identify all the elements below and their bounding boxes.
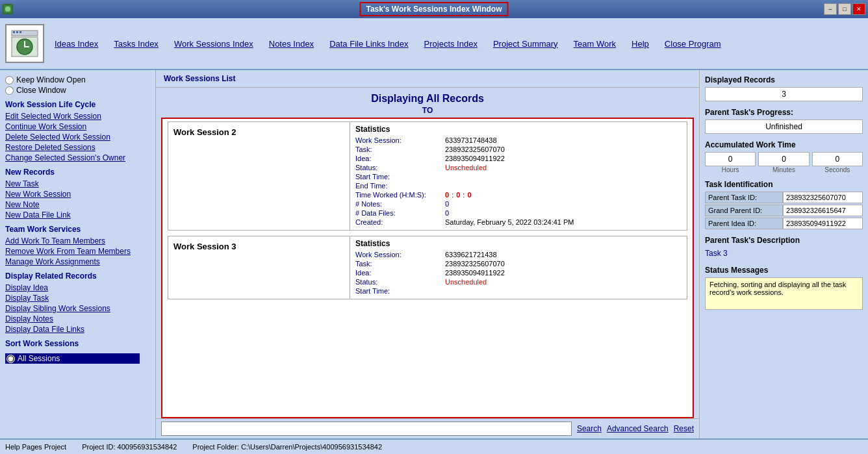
menu-close-program[interactable]: Close Program bbox=[665, 39, 721, 49]
minutes-value: 0 bbox=[758, 152, 809, 166]
seconds-cell: 0 Seconds bbox=[812, 152, 863, 173]
link-display-task[interactable]: Display Task bbox=[5, 294, 140, 303]
menu-projects-index[interactable]: Projects Index bbox=[424, 39, 478, 49]
stat-value-created1: Saturday, February 5, 2022 03:24:41 PM bbox=[445, 218, 574, 226]
link-display-data-file-links[interactable]: Display Data File Links bbox=[5, 325, 140, 334]
grand-parent-id-row: Grand Parent ID: 238932326615647 bbox=[705, 205, 863, 216]
stat-idea-2: Idea: 238935094911922 bbox=[355, 269, 682, 277]
status-project-id: Project ID: 400956931534842 bbox=[82, 443, 177, 451]
link-display-notes[interactable]: Display Notes bbox=[5, 314, 140, 323]
parent-task-id-value: 238932325607070 bbox=[783, 192, 863, 203]
search-input[interactable] bbox=[161, 422, 572, 436]
accumulated-work-time-title: Accumulated Work Time bbox=[705, 140, 863, 149]
link-remove-work-from-team[interactable]: Remove Work From Team Members bbox=[5, 247, 140, 256]
stat-work-session-2: Work Session: 6339621721438 bbox=[355, 251, 682, 259]
close-button[interactable]: ✕ bbox=[852, 3, 865, 15]
minimize-button[interactable]: – bbox=[824, 3, 837, 15]
sessions-list[interactable]: Work Session 2 Statistics Work Session: … bbox=[161, 118, 694, 418]
menu-ideas-index[interactable]: Ideas Index bbox=[55, 39, 98, 49]
link-new-data-file-link[interactable]: New Data File Link bbox=[5, 210, 140, 220]
stat-time-worked-1: Time Worked (H:M:S): 0 : 0 : 0 bbox=[355, 191, 682, 199]
stat-label-start1: Start Time: bbox=[355, 173, 440, 181]
link-delete-work-session[interactable]: Delete Selected Work Session bbox=[5, 132, 140, 142]
section-work-session-life-cycle: Work Session Life Cycle bbox=[5, 100, 140, 109]
sidebar-inner: Keep Window Open Close Window Work Sessi… bbox=[5, 75, 150, 364]
grand-parent-id-value: 238932326615647 bbox=[783, 205, 863, 216]
stat-label-end1: End Time: bbox=[355, 182, 440, 190]
search-bar: Search Advanced Search Reset bbox=[156, 418, 699, 438]
stat-label-notes1: # Notes: bbox=[355, 200, 440, 208]
svg-point-1 bbox=[5, 6, 10, 12]
link-restore-deleted-sessions[interactable]: Restore Deleted Sessions bbox=[5, 143, 140, 152]
keep-window-open-input[interactable] bbox=[5, 76, 14, 84]
sort-all-sessions-radio[interactable]: All Sessions bbox=[5, 353, 140, 364]
maximize-button[interactable]: □ bbox=[838, 3, 851, 15]
parent-idea-id-row: Parent Idea ID: 238935094911922 bbox=[705, 218, 863, 229]
hours-cell: 0 Hours bbox=[705, 152, 756, 173]
stat-status-2: Status: Unscheduled bbox=[355, 278, 682, 286]
close-window-input[interactable] bbox=[5, 86, 14, 95]
menu-work-sessions-index[interactable]: Work Sessions Index bbox=[174, 39, 253, 49]
menu-project-summary[interactable]: Project Summary bbox=[493, 39, 558, 49]
menu-items: Ideas Index Tasks Index Work Sessions In… bbox=[55, 39, 721, 49]
title-bar: Task's Work Sessions Index Window – □ ✕ bbox=[0, 0, 868, 18]
stat-value-idea2: 238935094911922 bbox=[445, 269, 505, 277]
stat-value-ws1: 6339731748438 bbox=[445, 136, 497, 144]
stat-idea-1: Idea: 238935094911922 bbox=[355, 155, 682, 162]
minutes-cell: 0 Minutes bbox=[758, 152, 809, 173]
reset-button[interactable]: Reset bbox=[674, 424, 694, 433]
advanced-search-button[interactable]: Advanced Search bbox=[607, 424, 669, 433]
link-display-sibling-sessions[interactable]: Display Sibling Work Sessions bbox=[5, 304, 140, 313]
close-window-radio[interactable]: Close Window bbox=[5, 86, 140, 95]
window-title: Task's Work Sessions Index Window bbox=[359, 2, 508, 16]
app-logo bbox=[5, 24, 44, 63]
to-label: TO bbox=[156, 106, 699, 118]
link-new-work-session[interactable]: New Work Session bbox=[5, 190, 140, 199]
menu-tasks-index[interactable]: Tasks Index bbox=[114, 39, 159, 49]
parent-progress-title: Parent Task's Progress: bbox=[705, 108, 863, 117]
menu-team-work[interactable]: Team Work bbox=[574, 39, 617, 49]
stats-header-1: Statistics bbox=[355, 125, 682, 134]
sidebar: Keep Window Open Close Window Work Sessi… bbox=[0, 70, 156, 438]
parent-task-id-label: Parent Task ID: bbox=[705, 192, 783, 203]
link-new-note[interactable]: New Note bbox=[5, 200, 140, 209]
link-display-idea[interactable]: Display Idea bbox=[5, 283, 140, 292]
stat-label-ws1: Work Session: bbox=[355, 136, 440, 144]
session-1-name: Work Session 2 bbox=[173, 127, 236, 137]
link-edit-work-session[interactable]: Edit Selected Work Session bbox=[5, 112, 140, 121]
session-card-1: Work Session 2 Statistics Work Session: … bbox=[168, 121, 687, 231]
menu-notes-index[interactable]: Notes Index bbox=[269, 39, 314, 49]
sort-section: All Sessions bbox=[5, 353, 140, 364]
close-window-label: Close Window bbox=[16, 86, 66, 95]
stat-label-start2: Start Time: bbox=[355, 287, 440, 295]
search-button[interactable]: Search bbox=[577, 424, 602, 433]
hours-label: Hours bbox=[705, 166, 756, 173]
link-add-work-to-team[interactable]: Add Work To Team Members bbox=[5, 236, 140, 246]
link-change-session-owner[interactable]: Change Selected Session's Owner bbox=[5, 153, 140, 162]
stat-label-tw1: Time Worked (H:M:S): bbox=[355, 191, 440, 199]
menu-data-file-links-index[interactable]: Data File Links Index bbox=[329, 39, 408, 49]
grand-parent-id-label: Grand Parent ID: bbox=[705, 205, 783, 216]
stat-start-2: Start Time: bbox=[355, 287, 682, 295]
menu-help[interactable]: Help bbox=[632, 39, 649, 49]
stat-task-1: Task: 238932325607070 bbox=[355, 145, 682, 153]
seconds-label: Seconds bbox=[812, 166, 863, 173]
title-bar-controls: – □ ✕ bbox=[824, 3, 865, 15]
link-new-task[interactable]: New Task bbox=[5, 179, 140, 188]
task-identification-title: Task Identification bbox=[705, 180, 863, 189]
svg-rect-4 bbox=[16, 31, 18, 33]
minutes-label: Minutes bbox=[758, 166, 809, 173]
stat-work-session-1: Work Session: 6339731748438 bbox=[355, 136, 682, 144]
keep-window-open-radio[interactable]: Keep Window Open bbox=[5, 75, 140, 84]
session-card-2: Work Session 3 Statistics Work Session: … bbox=[168, 236, 687, 299]
tw1-h: 0 bbox=[445, 191, 449, 199]
work-sessions-list-header: Work Sessions List bbox=[156, 70, 699, 88]
stat-label-status2: Status: bbox=[355, 278, 440, 286]
link-continue-work-session[interactable]: Continue Work Session bbox=[5, 122, 140, 131]
sort-all-sessions-input[interactable] bbox=[6, 355, 15, 363]
stat-value-task1: 238932325607070 bbox=[445, 145, 505, 153]
stat-label-status1: Status: bbox=[355, 164, 440, 171]
task-identification-section: Task Identification Parent Task ID: 2389… bbox=[705, 180, 863, 229]
link-manage-work-assignments[interactable]: Manage Work Assignments bbox=[5, 257, 140, 266]
section-display-related: Display Related Records bbox=[5, 271, 140, 281]
